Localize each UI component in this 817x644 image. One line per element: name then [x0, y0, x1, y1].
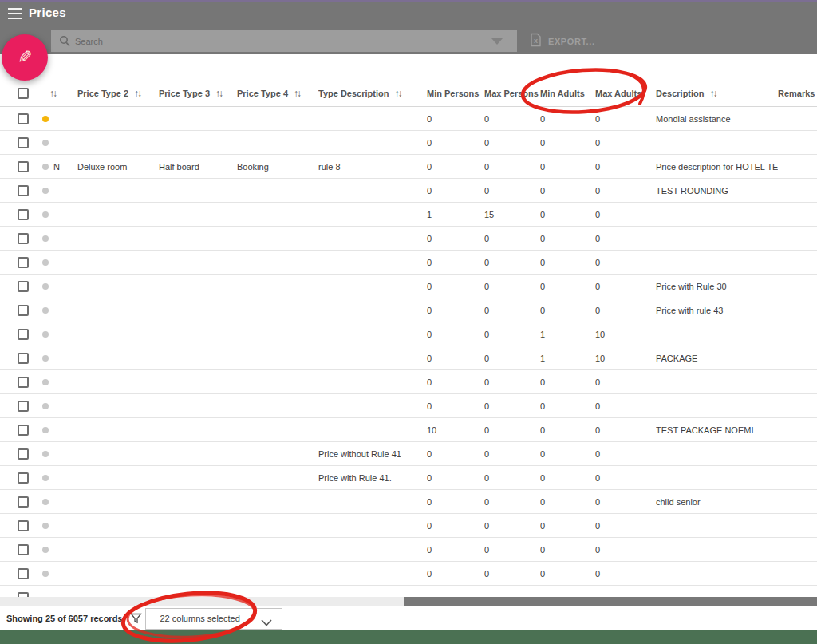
column-header-status[interactable]: ↑↓	[37, 88, 77, 99]
row-checkbox[interactable]	[18, 185, 29, 196]
table-row[interactable]: 0000	[0, 394, 817, 418]
column-header-price_type_4[interactable]: Price Type 4↑↓	[237, 88, 318, 99]
search-icon	[59, 35, 70, 50]
status-cell	[37, 499, 77, 505]
cell-max_adults: 0	[595, 234, 656, 243]
horizontal-scrollbar-thumb[interactable]	[404, 597, 817, 606]
cell-min_persons: 0	[427, 138, 484, 148]
status-dot	[42, 164, 49, 170]
table-row[interactable]: 0000	[0, 538, 817, 562]
table-row[interactable]: 0000Mondial assistance	[0, 107, 817, 131]
table-row[interactable]: 0000	[0, 370, 817, 394]
row-checkbox[interactable]	[18, 281, 29, 292]
row-checkbox[interactable]	[18, 448, 29, 460]
table-row[interactable]: 0000	[0, 131, 817, 155]
edit-fab-button[interactable]: ✎	[2, 34, 48, 81]
status-dot	[42, 331, 49, 338]
row-checkbox[interactable]	[18, 520, 29, 531]
table-row[interactable]: 00110	[0, 322, 817, 346]
cell-min_persons: 10	[427, 425, 484, 435]
filter-funnel-icon[interactable]	[130, 613, 142, 624]
table-row[interactable]: Price with Rule 41.0000	[0, 466, 817, 490]
search-dropdown-icon[interactable]	[491, 38, 503, 45]
sort-icon[interactable]: ↑↓	[49, 88, 56, 99]
table-header-row: ↑↓Price Type 2↑↓Price Type 3↑↓Price Type…	[0, 80, 817, 107]
row-checkbox[interactable]	[18, 353, 29, 364]
row-checkbox[interactable]	[18, 544, 29, 555]
cell-max_adults: 0	[595, 114, 656, 124]
row-checkbox[interactable]	[18, 257, 29, 268]
cell-min_persons: 0	[427, 162, 484, 172]
sort-icon[interactable]: ↑↓	[134, 88, 140, 99]
column-label: Max Adults	[595, 89, 641, 98]
cell-max_persons: 0	[484, 377, 540, 387]
table-row[interactable]: 0000	[0, 562, 817, 586]
column-header-type_description[interactable]: Type Description↑↓	[318, 88, 427, 99]
row-checkbox[interactable]	[18, 137, 29, 148]
sort-icon[interactable]: ↑↓	[215, 88, 222, 99]
table-row[interactable]: 0000	[0, 514, 817, 538]
row-checkbox[interactable]	[18, 329, 29, 340]
status-dot	[42, 427, 49, 433]
cell-min_adults: 0	[540, 497, 595, 507]
column-header-price_type_2[interactable]: Price Type 2↑↓	[77, 88, 159, 99]
cell-min_persons: 0	[427, 330, 484, 339]
search-input[interactable]	[75, 30, 490, 52]
table-row[interactable]: 0000child senior	[0, 490, 817, 514]
cell-max_persons: 0	[484, 282, 540, 291]
status-dot	[42, 355, 49, 362]
sort-icon[interactable]: ↑↓	[394, 88, 401, 99]
row-checkbox[interactable]	[18, 425, 29, 436]
column-header-price_type_3[interactable]: Price Type 3↑↓	[159, 88, 237, 99]
status-letter: N	[53, 162, 60, 172]
export-button[interactable]: x EXPORT...	[530, 30, 595, 52]
cell-max_persons: 0	[484, 354, 540, 363]
table-row[interactable]: NDeluxe roomHalf boardBookingrule 80000P…	[0, 155, 817, 179]
sort-icon[interactable]: ↑↓	[294, 88, 300, 99]
svg-text:x: x	[534, 36, 538, 44]
select-all-checkbox[interactable]	[18, 88, 29, 99]
columns-selected-dropdown[interactable]: 22 columns selected	[145, 608, 282, 630]
status-cell	[37, 188, 77, 194]
checkbox-cell	[0, 281, 37, 292]
cell-min_persons: 0	[427, 473, 484, 483]
cell-min_adults: 0	[540, 545, 595, 555]
column-header-remarks[interactable]: Remarks↑↓	[778, 88, 817, 99]
cell-max_persons: 15	[484, 210, 540, 219]
cell-max_adults: 0	[595, 138, 656, 148]
table-row[interactable]: 11500	[0, 203, 817, 227]
row-checkbox[interactable]	[18, 233, 29, 244]
table-row[interactable]: 0000Price with rule 43	[0, 298, 817, 322]
cell-max_persons: 0	[484, 258, 540, 267]
cell-min_adults: 0	[540, 306, 595, 315]
row-checkbox[interactable]	[18, 472, 29, 484]
table-row[interactable]: 0000Price with Rule 30	[0, 275, 817, 298]
row-checkbox[interactable]	[18, 113, 29, 124]
sort-icon[interactable]: ↑↓	[710, 88, 716, 99]
cell-max_persons: 0	[484, 449, 540, 459]
horizontal-scrollbar[interactable]	[0, 597, 817, 606]
table-row[interactable]: 00110PACKAGE	[0, 346, 817, 370]
cell-description: TEST PACKAGE NOEMI	[656, 425, 778, 435]
status-cell	[37, 547, 77, 553]
row-checkbox[interactable]	[18, 161, 29, 172]
row-checkbox[interactable]	[18, 496, 29, 508]
table-row[interactable]: 0000TEST ROUNDING	[0, 179, 817, 203]
checkbox-cell	[0, 520, 37, 531]
hamburger-menu-icon[interactable]	[8, 8, 22, 19]
row-checkbox[interactable]	[18, 305, 29, 316]
top-accent-line	[0, 0, 817, 2]
checkbox-cell	[0, 472, 37, 484]
row-checkbox[interactable]	[18, 568, 29, 579]
table-row[interactable]: 10000TEST PACKAGE NOEMI	[0, 418, 817, 442]
table-row[interactable]: 0000	[0, 251, 817, 275]
cell-max_adults: 0	[595, 186, 656, 196]
row-checkbox[interactable]	[18, 377, 29, 388]
column-label: Remarks	[778, 89, 815, 98]
row-checkbox[interactable]	[18, 401, 29, 412]
column-header-description[interactable]: Description↑↓	[656, 88, 778, 99]
cell-description: Price with rule 43	[656, 306, 778, 315]
table-row[interactable]: Price without Rule 410000	[0, 442, 817, 466]
row-checkbox[interactable]	[18, 209, 29, 220]
table-row[interactable]: 0000	[0, 227, 817, 251]
